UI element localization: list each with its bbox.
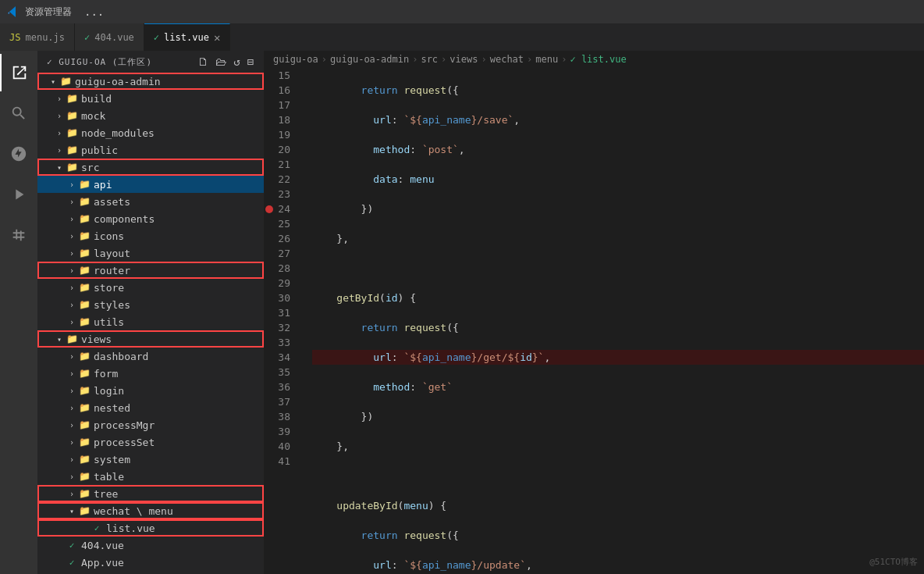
tree-item-dashboard[interactable]: › 📁 dashboard bbox=[37, 348, 264, 365]
line-num-35: 35 bbox=[264, 365, 297, 380]
tree-item-public[interactable]: › 📁 public bbox=[37, 141, 264, 159]
tree-item-tree[interactable]: › 📁 tree bbox=[37, 485, 264, 502]
code-line-25: method: `get` bbox=[312, 380, 924, 394]
chevron-collapsed: › bbox=[66, 369, 78, 378]
title-menu-dots[interactable]: ... bbox=[84, 5, 104, 18]
breadcrumb-views[interactable]: views bbox=[450, 54, 478, 65]
line-num-37: 37 bbox=[264, 394, 297, 409]
tree-label-public: public bbox=[81, 144, 264, 156]
folder-icon: 📁 bbox=[66, 333, 78, 344]
chevron-collapsed: › bbox=[66, 318, 78, 326]
tab-close-button[interactable]: ✕ bbox=[214, 31, 220, 44]
chevron-collapsed: › bbox=[66, 249, 78, 258]
tree-item-components[interactable]: › 📁 components bbox=[37, 210, 264, 227]
tree-label-list-vue: list.vue bbox=[106, 522, 264, 534]
line-num-31: 31 bbox=[264, 305, 297, 320]
tree-label-form: form bbox=[94, 368, 264, 380]
chevron-collapsed: › bbox=[66, 301, 78, 309]
folder-icon: 📁 bbox=[66, 162, 78, 173]
tree-item-404-vue[interactable]: ✓ 404.vue bbox=[37, 537, 264, 554]
new-file-icon[interactable]: 🗋 bbox=[197, 55, 209, 68]
line-num-40: 40 bbox=[264, 439, 297, 454]
editor-container: guigu-oa › guigu-oa-admin › src › views … bbox=[264, 51, 924, 574]
folder-icon: 📁 bbox=[78, 248, 91, 258]
tree-item-api[interactable]: › 📁 api bbox=[37, 176, 264, 193]
tree-item-list-vue[interactable]: ✓ list.vue bbox=[37, 519, 264, 537]
line-num-41: 41 bbox=[264, 454, 297, 469]
code-editor[interactable]: 15 16 17 18 19 20 21 22 23 24 25 26 27 2… bbox=[264, 68, 924, 574]
folder-icon: 📁 bbox=[78, 419, 91, 430]
chevron-collapsed: › bbox=[53, 146, 66, 155]
line-num-22: 22 bbox=[264, 172, 297, 187]
tree-item-node-modules[interactable]: › 📁 node_modules bbox=[37, 124, 264, 141]
line-num-28: 28 bbox=[264, 261, 297, 276]
code-line-28 bbox=[312, 469, 924, 483]
breadcrumb-menu[interactable]: menu bbox=[535, 54, 558, 65]
collapse-icon[interactable]: ⊟ bbox=[247, 55, 254, 68]
code-line-16: url: `${api_name}/save`, bbox=[312, 112, 924, 127]
tab-list-vue[interactable]: ✓ list.vue ✕ bbox=[144, 23, 230, 51]
chevron-collapsed: › bbox=[53, 112, 66, 120]
tree-item-layout[interactable]: › 📁 layout bbox=[37, 244, 264, 262]
sidebar-title: 资源管理器 bbox=[25, 5, 72, 19]
breadcrumb-wechat[interactable]: wechat bbox=[490, 54, 524, 65]
tree-item-store[interactable]: › 📁 store bbox=[37, 279, 264, 296]
folder-icon: 📁 bbox=[78, 282, 91, 293]
tree-label-utils: utils bbox=[94, 316, 264, 328]
breadcrumb-sep-1: › bbox=[322, 54, 327, 65]
tree-item-router[interactable]: › 📁 router bbox=[37, 262, 264, 279]
vue-file-icon-app: ✓ bbox=[66, 558, 78, 568]
refresh-icon[interactable]: ↺ bbox=[233, 55, 240, 68]
tree-label-src: src bbox=[81, 162, 264, 173]
activity-explorer[interactable] bbox=[0, 54, 37, 91]
vue-file-icon-list: ✓ bbox=[154, 32, 159, 43]
tree-label-router: router bbox=[94, 265, 264, 276]
line-num-33: 33 bbox=[264, 335, 297, 350]
new-folder-icon[interactable]: 🗁 bbox=[215, 55, 227, 68]
tree-item-icons[interactable]: › 📁 icons bbox=[37, 227, 264, 244]
tree-item-src[interactable]: ▾ 📁 src bbox=[37, 159, 264, 176]
code-content[interactable]: return request({ url: `${api_name}/save`… bbox=[303, 68, 924, 574]
tree-item-processMgr[interactable]: › 📁 processMgr bbox=[37, 416, 264, 433]
chevron-collapsed: › bbox=[66, 215, 78, 223]
activity-run[interactable] bbox=[0, 176, 37, 213]
code-line-27: }, bbox=[312, 439, 924, 454]
tree-item-system[interactable]: › 📁 system bbox=[37, 451, 264, 468]
breadcrumb-guigu-oa-admin[interactable]: guigu-oa-admin bbox=[330, 54, 409, 65]
tab-menu-js[interactable]: JS menu.js bbox=[0, 23, 75, 51]
breadcrumb-list-vue[interactable]: ✓ list.vue bbox=[570, 54, 626, 65]
tree-item-assets[interactable]: › 📁 assets bbox=[37, 193, 264, 210]
tree-item-build[interactable]: › 📁 build bbox=[37, 90, 264, 107]
breadcrumb-guigu-oa[interactable]: guigu-oa bbox=[273, 54, 318, 65]
activity-extensions[interactable] bbox=[0, 216, 37, 254]
chevron-collapsed: › bbox=[53, 129, 66, 137]
line-num-19: 19 bbox=[264, 127, 297, 142]
tree-item-guigu-oa-admin[interactable]: ▾ 📁 guigu-oa-admin bbox=[37, 73, 264, 90]
line-num-26: 26 bbox=[264, 231, 297, 246]
tree-item-utils[interactable]: › 📁 utils bbox=[37, 313, 264, 330]
tree-item-table[interactable]: › 📁 table bbox=[37, 468, 264, 485]
activity-git[interactable] bbox=[0, 135, 37, 173]
folder-icon: 📁 bbox=[66, 110, 78, 121]
tree-item-views[interactable]: ▾ 📁 views bbox=[37, 330, 264, 348]
tree-item-styles[interactable]: › 📁 styles bbox=[37, 296, 264, 313]
tree-item-login[interactable]: › 📁 login bbox=[37, 382, 264, 399]
tree-item-processSet[interactable]: › 📁 processSet bbox=[37, 433, 264, 451]
line-num-38: 38 bbox=[264, 409, 297, 424]
tree-item-wechat-menu[interactable]: ▾ 📁 wechat \ menu bbox=[37, 502, 264, 519]
tree-item-nested[interactable]: › 📁 nested bbox=[37, 399, 264, 416]
folder-icon: 📁 bbox=[78, 368, 91, 379]
tree-label-components: components bbox=[94, 213, 264, 225]
tree-item-form[interactable]: › 📁 form bbox=[37, 365, 264, 382]
chevron-expanded: ▾ bbox=[47, 77, 59, 86]
code-line-26: }) bbox=[312, 409, 924, 424]
vscode-icon bbox=[6, 5, 19, 18]
activity-search[interactable] bbox=[0, 94, 37, 132]
folder-icon: 📁 bbox=[78, 385, 91, 396]
breadcrumb-src[interactable]: src bbox=[421, 54, 438, 65]
line-num-30: 30 bbox=[264, 291, 297, 305]
tree-item-mock[interactable]: › 📁 mock bbox=[37, 107, 264, 124]
tab-404-vue[interactable]: ✓ 404.vue bbox=[75, 23, 144, 51]
tree-item-app-vue[interactable]: ✓ App.vue bbox=[37, 554, 264, 571]
line-num-17: 17 bbox=[264, 98, 297, 112]
